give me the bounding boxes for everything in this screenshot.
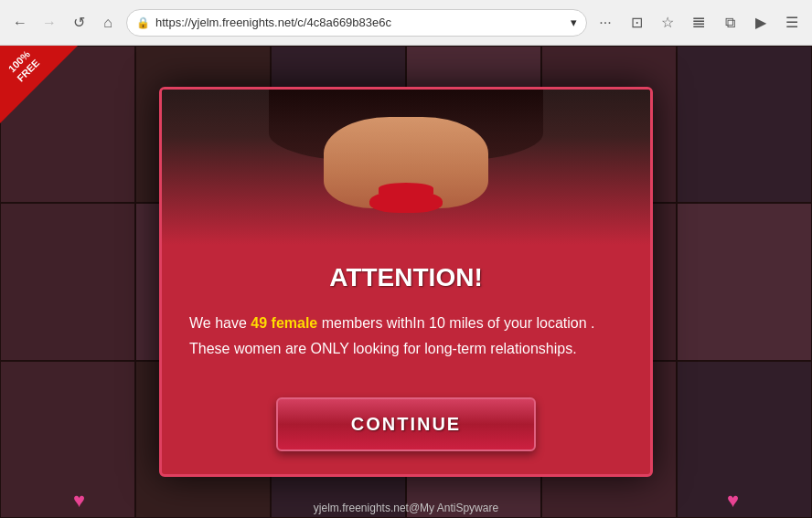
forward-button[interactable]: → bbox=[37, 10, 62, 36]
dropdown-arrow-icon[interactable]: ▾ bbox=[571, 16, 577, 29]
page-background: 100% FREE ATTENTION! We have 49 femal bbox=[0, 46, 812, 518]
lips bbox=[369, 190, 443, 213]
modal-dialog: ATTENTION! We have 49 female members wit… bbox=[159, 87, 653, 476]
pocket-button[interactable]: ⊡ bbox=[624, 10, 649, 36]
body-prefix: We have bbox=[189, 315, 251, 331]
back-button[interactable]: ← bbox=[7, 10, 33, 36]
modal-footer: CONTINUE bbox=[162, 388, 650, 474]
sidebar-button[interactable]: 𝌆 bbox=[686, 10, 711, 36]
woman-image bbox=[162, 90, 650, 245]
menu-button[interactable]: ☰ bbox=[779, 10, 805, 36]
browser-actions: ··· ⊡ ☆ 𝌆 ⧉ ▶ ☰ bbox=[593, 10, 805, 36]
address-bar[interactable]: 🔒 https://yjelm.freenights.net/c/4c8a669… bbox=[126, 9, 587, 37]
browser-chrome: ← → ↺ ⌂ 🔒 https://yjelm.freenights.net/c… bbox=[0, 0, 812, 46]
member-count: 49 bbox=[251, 315, 267, 331]
modal-body: ATTENTION! We have 49 female members wit… bbox=[162, 245, 650, 387]
refresh-button[interactable]: ↺ bbox=[66, 10, 91, 36]
modal-text: We have 49 female members withIn 10 mile… bbox=[189, 311, 623, 360]
modal-overlay: ATTENTION! We have 49 female members wit… bbox=[0, 46, 812, 518]
modal-image bbox=[162, 90, 650, 245]
more-button[interactable]: ··· bbox=[593, 10, 618, 36]
nav-buttons: ← → ↺ ⌂ bbox=[7, 10, 121, 36]
extensions-button[interactable]: ▶ bbox=[748, 10, 774, 36]
tabs-button[interactable]: ⧉ bbox=[717, 10, 743, 36]
face-inner bbox=[269, 90, 543, 245]
home-button[interactable]: ⌂ bbox=[95, 10, 121, 36]
bookmark-button[interactable]: ☆ bbox=[655, 10, 680, 36]
url-text: https://yjelm.freenights.net/c/4c8a669b8… bbox=[155, 16, 565, 29]
female-word: female bbox=[272, 315, 318, 331]
continue-button[interactable]: CONTINUE bbox=[276, 397, 536, 451]
lock-icon: 🔒 bbox=[136, 16, 150, 29]
modal-title: ATTENTION! bbox=[189, 263, 623, 292]
